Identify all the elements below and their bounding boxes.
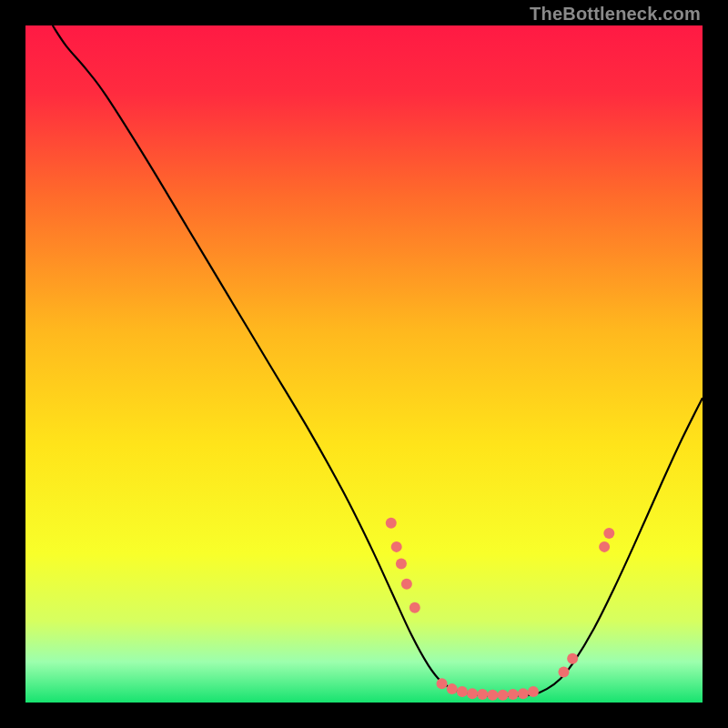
data-marker [467, 688, 478, 699]
data-marker [457, 686, 468, 697]
data-marker [498, 690, 509, 701]
data-marker [437, 678, 448, 689]
data-marker [396, 558, 407, 569]
bottleneck-chart [25, 25, 703, 703]
data-marker [558, 667, 569, 678]
data-marker [508, 689, 519, 700]
data-marker [410, 602, 420, 613]
data-marker [518, 688, 529, 699]
chart-frame [25, 25, 703, 703]
data-marker [391, 541, 402, 552]
data-marker [599, 541, 610, 552]
data-marker [567, 653, 578, 664]
data-marker [528, 686, 539, 697]
data-marker [386, 518, 397, 529]
data-marker [477, 689, 488, 700]
data-marker [447, 683, 458, 694]
data-marker [603, 528, 614, 539]
data-marker [401, 579, 412, 590]
watermark-text: TheBottleneck.com [530, 4, 701, 25]
data-marker [487, 690, 498, 701]
